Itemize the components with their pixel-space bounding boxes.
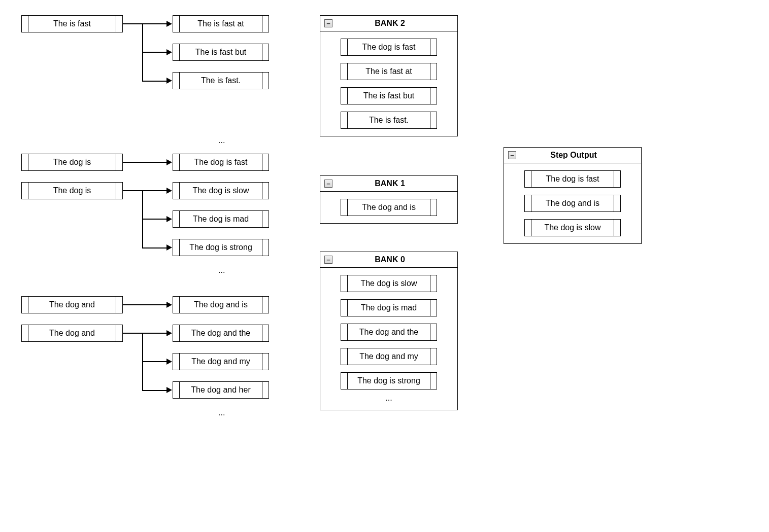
source-node: The dog is [21,154,123,171]
bank-item: The dog is mad [341,299,437,316]
panel-title: BANK 2 [337,19,453,28]
bank-item: The dog is strong [341,372,437,389]
node-label: The dog is mad [180,215,262,224]
ellipsis: ... [218,408,225,417]
node-label: The dog and is [531,199,614,208]
ellipsis: ... [218,136,225,145]
source-node: The is fast [21,15,123,32]
output-item: The dog is slow [524,219,621,236]
node-label: The dog is mad [348,303,430,312]
node-label: The dog is strong [348,376,430,385]
panel-bank-1: − BANK 1 The dog and is [320,175,458,224]
target-node: The dog and her [173,381,269,399]
node-label: The dog and my [348,352,430,361]
collapse-icon[interactable]: − [324,19,332,27]
node-label: The is fast at [348,67,430,76]
node-label: The dog is fast [180,158,262,167]
node-label: The is fast at [180,19,262,28]
node-label: The dog and the [180,329,262,338]
target-node: The dog and my [173,353,269,370]
node-label: The dog is slow [348,279,430,288]
node-label: The is fast but [180,48,262,57]
bank-item: The is fast. [341,112,437,129]
node-label: The is fast. [348,116,430,125]
node-label: The dog is slow [531,223,614,232]
target-node: The dog and is [173,296,269,313]
node-label: The dog and is [180,300,262,309]
source-node: The dog is [21,182,123,199]
output-item: The dog is fast [524,170,621,188]
ellipsis: ... [218,266,225,275]
panel-title: BANK 0 [337,255,453,264]
bank-item: The dog and the [341,324,437,341]
source-node: The dog and [21,325,123,342]
target-node: The is fast at [173,15,269,32]
node-label: The dog and [28,300,116,309]
bank-item: The is fast at [341,63,437,80]
node-label: The is fast [28,19,116,28]
node-label: The dog is fast [348,43,430,52]
panel-step-output: − Step Output The dog is fast The dog an… [504,147,642,244]
node-label: The dog and her [180,385,262,395]
target-node: The dog and the [173,325,269,342]
diagram-canvas: The is fast The is fast at The is fast b… [10,10,769,532]
source-node: The dog and [21,296,123,313]
panel-title: Step Output [520,151,637,160]
bank-item: The dog is slow [341,275,437,292]
node-label: The dog and is [348,203,430,212]
target-node: The dog is slow [173,182,269,199]
bank-item: The dog and is [341,199,437,216]
node-label: The dog is strong [180,243,262,252]
target-node: The is fast but [173,44,269,61]
target-node: The is fast. [173,72,269,89]
bank-item: The dog and my [341,348,437,365]
node-label: The dog is fast [531,174,614,184]
output-item: The dog and is [524,195,621,212]
bank-item: The dog is fast [341,39,437,56]
bank-item: The is fast but [341,87,437,104]
target-node: The dog is mad [173,210,269,228]
collapse-icon[interactable]: − [324,256,332,264]
node-label: The dog is [28,186,116,195]
panel-bank-0: − BANK 0 The dog is slow The dog is mad … [320,252,458,410]
collapse-icon[interactable]: − [324,180,332,188]
collapse-icon[interactable]: − [508,151,516,159]
ellipsis: ... [330,394,447,403]
target-node: The dog is fast [173,154,269,171]
node-label: The dog and [28,329,116,338]
node-label: The dog and my [180,357,262,366]
node-label: The is fast but [348,91,430,100]
node-label: The dog and the [348,328,430,337]
panel-bank-2: − BANK 2 The dog is fast The is fast at … [320,15,458,136]
node-label: The dog is slow [180,186,262,195]
target-node: The dog is strong [173,239,269,256]
node-label: The is fast. [180,76,262,85]
panel-title: BANK 1 [337,179,453,188]
node-label: The dog is [28,158,116,167]
